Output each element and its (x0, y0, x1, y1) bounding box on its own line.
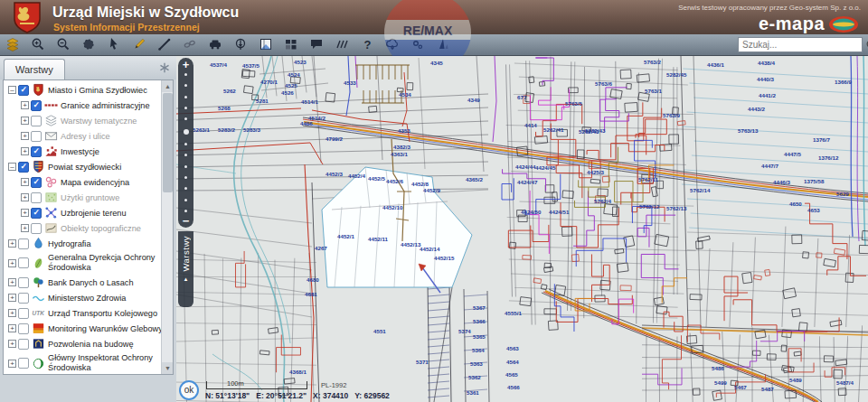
zoom-out-icon[interactable] (56, 36, 71, 52)
layers-collapse-tab[interactable]: Warstwy ▲ (178, 231, 193, 307)
tiles-icon[interactable] (284, 36, 298, 52)
layer-item-hydrografia[interactable]: +Hydrografia (4, 236, 163, 251)
layer-checkbox[interactable] (31, 208, 42, 219)
map-viewport[interactable]: 4537/44537/5452345244270/145254526526252… (176, 56, 868, 402)
layer-checkbox[interactable] (31, 177, 42, 188)
tree-scrollbar[interactable]: ▲ ▼ (161, 80, 173, 374)
cloud-icon[interactable] (385, 36, 400, 52)
zoom-in-icon[interactable] (31, 36, 45, 52)
layer-checkbox[interactable] (31, 146, 42, 157)
layer-item-warstwy-tematyczne[interactable]: +Warstwy tematyczne (4, 113, 163, 128)
layer-item-granice-administracyjne[interactable]: +Granice administracyjne (4, 98, 163, 113)
layer-checkbox[interactable] (18, 358, 29, 369)
expand-toggle[interactable]: + (8, 278, 16, 286)
layer-item-miasto-i-gmina-szyd-owiec[interactable]: –Miasto i Gmina Szydłowiec (4, 82, 163, 98)
expand-toggle[interactable]: + (21, 132, 29, 140)
svg-text:4446/3: 4446/3 (773, 179, 790, 185)
expand-toggle[interactable]: + (8, 324, 16, 332)
options-dots-icon[interactable] (410, 36, 425, 52)
expand-toggle[interactable]: + (8, 294, 16, 302)
layer-checkbox[interactable] (31, 192, 42, 203)
layer-item-u-ytki-gruntowe[interactable]: +Użytki gruntowe (4, 190, 163, 205)
uzbrojenie-terenu-icon (44, 206, 58, 220)
pointer-icon[interactable] (107, 36, 121, 52)
expand-toggle[interactable]: + (21, 224, 29, 232)
layer-item-bank-danych-o-lasach[interactable]: +Bank Danych o Lasach (4, 275, 163, 290)
scroll-up-icon[interactable]: ▲ (162, 80, 174, 92)
layer-checkbox[interactable] (18, 277, 29, 288)
measure-line-icon[interactable] (157, 36, 172, 52)
measure-chain-icon[interactable] (183, 36, 197, 52)
layer-checkbox[interactable] (18, 257, 29, 268)
layer-checkbox[interactable] (18, 238, 29, 249)
svg-text:4382/3: 4382/3 (393, 144, 410, 150)
expand-toggle[interactable]: + (21, 209, 29, 217)
expand-toggle[interactable]: + (21, 117, 29, 125)
zoom-level-slider[interactable] (184, 71, 189, 214)
expand-toggle[interactable]: + (8, 259, 16, 267)
search-box[interactable] (738, 37, 863, 52)
collapse-toggle[interactable]: – (8, 163, 16, 171)
tab-warstwy[interactable]: Warstwy (4, 59, 65, 79)
toolbar-tools: ? (5, 36, 450, 52)
print-icon[interactable] (208, 36, 222, 52)
expand-toggle[interactable]: + (21, 178, 29, 186)
search-input[interactable] (739, 40, 865, 50)
layer-item-ministerstwo-zdrowia[interactable]: +Ministerstwo Zdrowia (4, 290, 163, 305)
comment-icon[interactable] (309, 36, 324, 52)
expand-toggle[interactable]: + (21, 147, 29, 155)
app-root: Urząd Miejski w Szydłowcu System Informa… (0, 0, 868, 402)
help-icon[interactable]: ? (360, 36, 374, 52)
expand-toggle[interactable]: + (21, 101, 29, 109)
layer-checkbox[interactable] (18, 293, 29, 304)
layers-icon[interactable] (5, 36, 20, 52)
pencil-icon[interactable] (132, 36, 146, 52)
layer-item-inwestycje[interactable]: +Inwestycje (4, 144, 163, 159)
collapse-tab-label: Warstwy (181, 236, 191, 272)
layer-checkbox[interactable] (18, 162, 29, 173)
layer-item-generalna-dyrekcja-ochrony-rodowiska[interactable]: +Generalna Dyrekcja Ochrony Środowiska (4, 251, 163, 275)
scroll-thumb[interactable] (163, 93, 173, 192)
zoom-out-button[interactable]: − (183, 214, 190, 228)
layer-checkbox[interactable] (18, 308, 29, 319)
select-area-icon[interactable] (81, 36, 96, 52)
panel-settings-icon[interactable] (158, 61, 171, 74)
expand-toggle[interactable]: + (8, 239, 16, 248)
layer-checkbox[interactable] (31, 223, 42, 234)
expand-toggle[interactable]: + (8, 309, 16, 317)
svg-text:5262/41: 5262/41 (543, 126, 564, 133)
layer-item-g-wny-inspektorat-ochrony-rodowiska[interactable]: +Główny Inspektorat Ochrony Środowiska (4, 351, 163, 375)
scroll-down-icon[interactable]: ▼ (162, 362, 174, 374)
layer-item-powiat-szyd-owiecki[interactable]: –Powiat szydłowiecki (4, 159, 163, 174)
map-canvas[interactable]: 4537/44537/5452345244270/145254526526252… (176, 56, 868, 402)
svg-text:4653: 4653 (807, 207, 820, 213)
layer-item-urz-d-transportu-kolejowego[interactable]: +UTKUrząd Transportu Kolejowego (4, 305, 163, 321)
layer-item-adresy-i-ulice[interactable]: +Adresy i ulice (4, 128, 163, 144)
download-point-icon[interactable] (233, 36, 248, 52)
zoom-control[interactable]: + − (178, 58, 193, 228)
layer-checkbox[interactable] (31, 100, 42, 111)
hatch-icon[interactable] (335, 36, 349, 52)
layer-checkbox[interactable] (31, 131, 42, 142)
layer-checkbox[interactable] (18, 339, 29, 350)
expand-toggle[interactable]: + (21, 193, 29, 201)
svg-text:4424/44: 4424/44 (515, 164, 536, 170)
sail-icon[interactable] (436, 36, 450, 52)
ok-button[interactable]: ok (179, 380, 199, 400)
layer-checkbox[interactable] (18, 323, 29, 334)
layer-item-obiekty-topograficzne[interactable]: +Obiekty topograficzne (4, 220, 163, 236)
layer-checkbox[interactable] (18, 85, 29, 96)
expand-toggle[interactable]: + (8, 360, 16, 368)
emapa-logo[interactable]: e-mapa (759, 14, 859, 34)
svg-text:4452/14: 4452/14 (420, 246, 440, 252)
expand-toggle[interactable]: + (8, 340, 16, 348)
layer-item-monitoring-warunk-w-glebowych[interactable]: +Monitoring Warunków Glebowych (4, 321, 163, 336)
collapse-toggle[interactable]: – (8, 86, 16, 94)
layer-item-mapa-ewidencyjna[interactable]: +Mapa ewidencyjna (4, 174, 163, 190)
layer-item-uzbrojenie-terenu[interactable]: +Uzbrojenie terenu (4, 205, 163, 220)
svg-text:5499: 5499 (714, 379, 727, 386)
layer-checkbox[interactable] (31, 116, 42, 126)
layer-item-pozwolenia-na-budow[interactable]: +Pozwolenia na budowę (4, 336, 163, 351)
map-sheet-icon[interactable] (259, 36, 273, 52)
zoom-in-button[interactable]: + (183, 58, 190, 71)
